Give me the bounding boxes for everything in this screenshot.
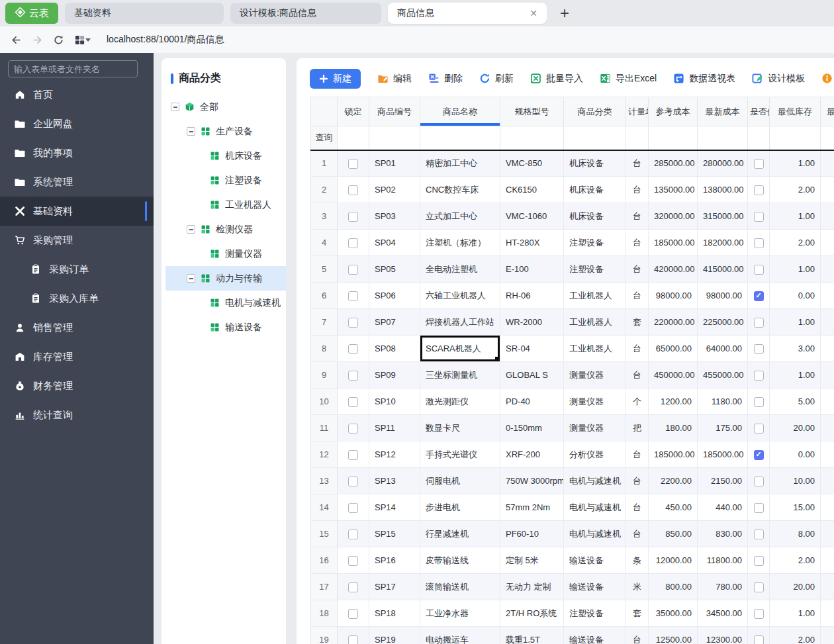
cell-unit[interactable]: 台 (626, 203, 649, 230)
sidebar-item[interactable]: 采购入库单 (0, 284, 154, 313)
cell-spec[interactable]: PD-40 (500, 389, 564, 415)
cell-min_stock[interactable]: 1.00 (770, 150, 821, 177)
cell-ref_cost[interactable]: 320000.00 (649, 203, 698, 230)
design-template-button[interactable]: 设计模板 (752, 73, 805, 85)
cell-name[interactable]: 步进电机 (420, 494, 500, 521)
cell-partial[interactable] (821, 468, 834, 494)
cell-code[interactable]: SP05 (369, 256, 420, 283)
cell-partial[interactable] (821, 547, 834, 574)
url-text[interactable]: localhost:88/10001/商品信息 (107, 34, 224, 46)
cell-unit[interactable]: 台 (626, 256, 649, 283)
edit-button[interactable]: 编辑 (377, 73, 412, 85)
cell-name[interactable]: 全电动注塑机 (420, 256, 500, 283)
cell-category[interactable]: 机床设备 (564, 203, 626, 230)
tree-node[interactable]: 动力与传输 (165, 266, 286, 291)
cell-spec[interactable]: WR-2000 (500, 309, 564, 336)
tree-node[interactable]: 输送设备 (162, 315, 286, 340)
browser-tab[interactable]: 基础资料 (65, 3, 224, 24)
cell-locked[interactable] (338, 574, 369, 600)
cell-latest_cost[interactable]: 455000.00 (698, 362, 748, 389)
disabled-checkbox[interactable] (754, 318, 764, 328)
cell-unit[interactable]: 米 (626, 574, 649, 600)
disabled-checkbox[interactable] (754, 635, 764, 644)
cell-partial[interactable] (821, 203, 834, 230)
cell-ref_cost[interactable]: 450000.00 (649, 362, 698, 389)
cell-locked[interactable] (338, 150, 369, 177)
cell-code[interactable]: SP10 (369, 389, 420, 415)
row-number-cell[interactable]: 1 (311, 150, 338, 177)
cell-name[interactable]: 立式加工中心 (420, 203, 500, 230)
cell-category[interactable]: 测量仪器 (564, 389, 626, 415)
cell-code[interactable]: SP02 (369, 177, 420, 203)
cell-spec[interactable]: VMC-1060 (500, 203, 564, 230)
cell-latest_cost[interactable]: 175.00 (698, 415, 748, 441)
forward-icon[interactable] (32, 34, 43, 46)
filter-cell[interactable] (500, 126, 564, 150)
cell-locked[interactable] (338, 468, 369, 494)
cell-spec[interactable]: 无动力 定制 (500, 574, 564, 600)
locked-checkbox[interactable] (348, 477, 358, 486)
cell-unit[interactable]: 台 (626, 283, 649, 309)
apps-grid-icon[interactable] (74, 34, 85, 46)
cell-min_stock[interactable]: 5.00 (770, 389, 821, 415)
cell-spec[interactable]: 750W 3000rpm (500, 468, 564, 494)
browser-tab[interactable]: 设计模板:商品信息 (230, 3, 381, 24)
row-number-cell[interactable]: 4 (311, 230, 338, 256)
sidebar-search-input[interactable] (8, 60, 138, 77)
cell-name[interactable]: 工业净水器 (420, 600, 500, 627)
cell-spec[interactable]: GLOBAL S (500, 362, 564, 389)
cell-unit[interactable]: 台 (626, 521, 649, 547)
cell-locked[interactable] (338, 521, 369, 547)
cell-disabled[interactable] (748, 362, 770, 389)
cell-min_stock[interactable]: 10.00 (770, 468, 821, 494)
locked-checkbox[interactable] (348, 503, 358, 513)
tree-node[interactable]: 电机与减速机 (162, 291, 286, 315)
cell-unit[interactable]: 台 (626, 336, 649, 362)
export-excel-button[interactable]: 导出Excel (600, 73, 657, 85)
cell-unit[interactable]: 台 (626, 494, 649, 521)
row-number-cell[interactable]: 6 (311, 283, 338, 309)
cell-locked[interactable] (338, 627, 369, 644)
cell-ref_cost[interactable]: 220000.00 (649, 309, 698, 336)
cell-partial[interactable] (821, 230, 834, 256)
column-header-disabled[interactable]: 是否停用 (748, 97, 770, 126)
cell-latest_cost[interactable]: 830.00 (698, 521, 748, 547)
tree-node[interactable]: 全部 (162, 95, 286, 119)
cell-category[interactable]: 注塑设备 (564, 256, 626, 283)
batch-import-button[interactable]: 批量导入 (530, 73, 583, 85)
cell-category[interactable]: 机床设备 (564, 177, 626, 203)
filter-cell[interactable] (338, 126, 369, 150)
cell-locked[interactable] (338, 336, 369, 362)
column-header-name[interactable]: 商品名称 (420, 97, 500, 126)
cell-ref_cost[interactable]: 2200.00 (649, 468, 698, 494)
filter-cell[interactable] (564, 126, 626, 150)
cell-name[interactable]: 三坐标测量机 (420, 362, 500, 389)
row-number-cell[interactable]: 2 (311, 177, 338, 203)
cell-min_stock[interactable]: 1.00 (770, 600, 821, 627)
cell-partial[interactable] (821, 600, 834, 627)
cell-unit[interactable]: 套 (626, 309, 649, 336)
cell-name[interactable]: 手持式光谱仪 (420, 441, 500, 468)
cell-name[interactable]: 六轴工业机器人 (420, 283, 500, 309)
locked-checkbox[interactable] (348, 318, 358, 328)
disabled-checkbox[interactable] (754, 238, 764, 248)
cell-code[interactable]: SP06 (369, 283, 420, 309)
collapse-toggle-icon[interactable] (187, 225, 195, 234)
collapse-toggle-icon[interactable] (171, 103, 179, 111)
column-header-code[interactable]: 商品编号 (369, 97, 420, 126)
cell-code[interactable]: SP15 (369, 521, 420, 547)
cell-name[interactable]: 焊接机器人工作站 (420, 309, 500, 336)
cell-partial[interactable] (821, 256, 834, 283)
cell-name[interactable]: 滚筒输送机 (420, 574, 500, 600)
cell-disabled[interactable] (748, 415, 770, 441)
cell-partial[interactable] (821, 283, 834, 309)
cell-locked[interactable] (338, 441, 369, 468)
app-logo[interactable]: 云表 (5, 3, 58, 24)
locked-checkbox[interactable] (348, 450, 358, 460)
cell-min_stock[interactable]: 2.00 (770, 177, 821, 203)
filter-cell[interactable] (698, 126, 748, 150)
cell-ref_cost[interactable]: 285000.00 (649, 150, 698, 177)
cell-category[interactable]: 工业机器人 (564, 283, 626, 309)
cell-code[interactable]: SP14 (369, 494, 420, 521)
cell-latest_cost[interactable]: 1180.00 (698, 389, 748, 415)
